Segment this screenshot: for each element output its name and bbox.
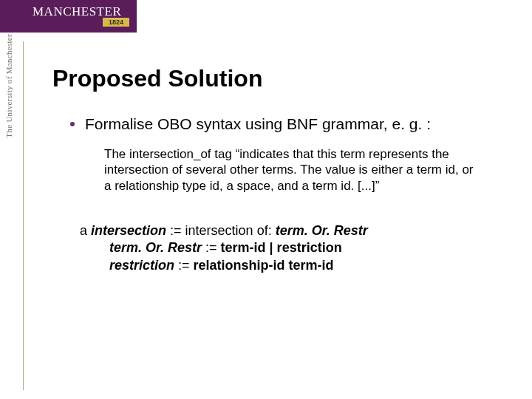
grammar-l2-rhs: term-id | restriction xyxy=(221,240,342,255)
grammar-l3-op: := xyxy=(174,258,194,273)
university-banner: MANCHESTER 1824 xyxy=(0,0,137,33)
banner-sidetext: The University of Manchester xyxy=(4,34,18,138)
bullet-dot-icon xyxy=(70,122,75,126)
grammar-l1-rhs: term. Or. Restr xyxy=(276,223,368,238)
banner-year-badge: 1824 xyxy=(103,18,129,27)
grammar-block: a intersection := intersection of: term.… xyxy=(80,222,479,274)
grammar-l1-op: := intersection of: xyxy=(166,223,276,238)
vertical-divider xyxy=(23,41,24,390)
grammar-line-1: a intersection := intersection of: term.… xyxy=(80,222,479,239)
bullet-item: Formalise OBO syntax using BNF grammar, … xyxy=(70,115,431,133)
grammar-a-label: a xyxy=(80,223,87,238)
slide-title: Proposed Solution xyxy=(52,65,262,92)
grammar-l2-op: := xyxy=(202,240,221,255)
grammar-line-3: restriction := relationship-id term-id xyxy=(80,257,479,274)
slide: MANCHESTER 1824 The University of Manche… xyxy=(0,0,532,399)
grammar-l3-rhs: relationship-id term-id xyxy=(194,258,334,273)
quote-block: The intersection_of tag “indicates that … xyxy=(104,146,481,194)
grammar-l1-lhs: intersection xyxy=(91,223,166,238)
grammar-line-2: term. Or. Restr := term-id | restriction xyxy=(80,239,479,256)
grammar-l3-lhs: restriction xyxy=(109,258,174,273)
bullet-text: Formalise OBO syntax using BNF grammar, … xyxy=(85,115,431,133)
banner-wordmark: MANCHESTER xyxy=(33,4,121,19)
grammar-l2-lhs: term. Or. Restr xyxy=(109,240,202,255)
